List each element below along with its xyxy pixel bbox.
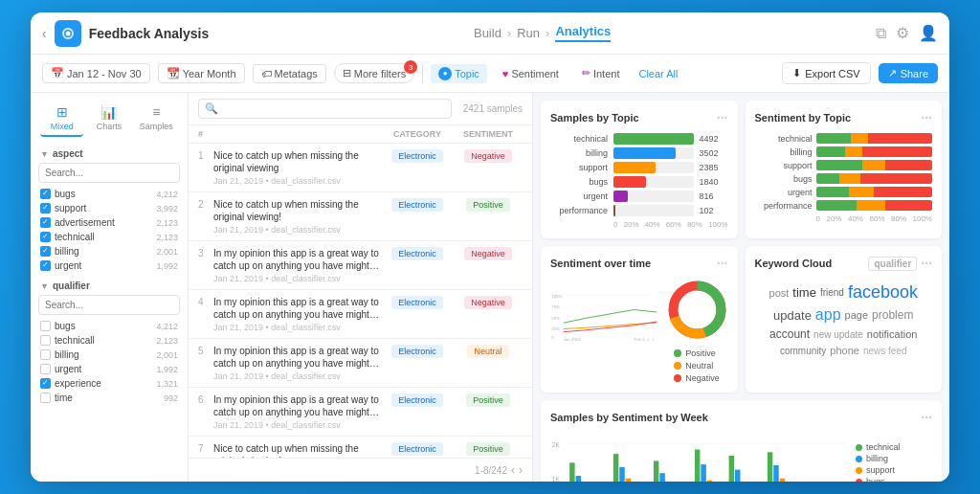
sample-row[interactable]: 5 In my opinion this app is a great way … bbox=[189, 339, 532, 388]
sample-row[interactable]: 4 In my opinion this app is a great way … bbox=[189, 290, 532, 339]
prev-page-button[interactable]: ‹ bbox=[511, 463, 515, 477]
filter-label: billing bbox=[55, 246, 79, 257]
keyword-word[interactable]: phone bbox=[830, 345, 859, 356]
topic-label: billing bbox=[550, 148, 608, 158]
export-csv-button[interactable]: ⬇ Export CSV bbox=[782, 62, 870, 84]
aspect-section-header[interactable]: ▼ aspect bbox=[38, 145, 180, 163]
back-button[interactable]: ‹ bbox=[42, 26, 47, 41]
topic-bar bbox=[613, 162, 656, 173]
samples-by-topic-card: Samples by Topic ··· technical 4492 bill… bbox=[541, 101, 738, 238]
filter-checkbox[interactable] bbox=[40, 246, 51, 257]
keyword-word[interactable]: facebook bbox=[848, 282, 918, 303]
qualifier-section-header[interactable]: ▼ qualifier bbox=[38, 277, 180, 295]
intent-filter-tab[interactable]: ✏ Intent bbox=[574, 64, 628, 82]
share-button[interactable]: ↗ Share bbox=[879, 63, 938, 83]
kw-qualifier-label[interactable]: qualifier bbox=[868, 257, 917, 271]
sample-row[interactable]: 3 In my opinion this app is a great way … bbox=[189, 241, 532, 290]
sidebar-filter-item[interactable]: urgent1,992 bbox=[38, 258, 180, 273]
filters-badge: 3 bbox=[404, 60, 417, 74]
aspect-search[interactable] bbox=[38, 163, 180, 183]
sample-row[interactable]: 6 In my opinion this app is a great way … bbox=[189, 388, 532, 437]
more-filters-button[interactable]: ⊟ More filters 3 bbox=[334, 63, 414, 83]
filter-checkbox[interactable] bbox=[40, 393, 51, 403]
breadcrumb-analytics[interactable]: Analytics bbox=[555, 24, 611, 42]
sample-row[interactable]: 7 Nice to catch up when missing the orig… bbox=[189, 437, 532, 458]
sample-body: Nice to catch up when missing the origin… bbox=[213, 198, 381, 235]
sent-topic-menu[interactable]: ··· bbox=[921, 110, 932, 125]
sidebar-filter-item[interactable]: advertisement2,123 bbox=[38, 215, 180, 230]
settings-icon[interactable]: ⚙ bbox=[896, 24, 909, 42]
keyword-word[interactable]: update bbox=[773, 308, 812, 323]
sidebar-filter-item[interactable]: technicall2,123 bbox=[38, 230, 180, 244]
sample-text: Nice to catch up when missing the origin… bbox=[213, 442, 381, 458]
sbsw-menu[interactable]: ··· bbox=[921, 410, 932, 425]
clear-all-button[interactable]: Clear All bbox=[638, 68, 678, 79]
svg-rect-24 bbox=[569, 462, 574, 482]
filter-checkbox[interactable] bbox=[40, 260, 51, 271]
breadcrumb-run[interactable]: Run bbox=[517, 26, 540, 40]
sidebar-filter-item[interactable]: bugs4,212 bbox=[38, 187, 180, 201]
sidebar-tab-mixed[interactable]: ⊞ Mixed bbox=[40, 101, 83, 137]
date-range-filter[interactable]: 📅 Jan 12 - Nov 30 bbox=[42, 63, 150, 83]
sample-row[interactable]: 2 Nice to catch up when missing the orig… bbox=[189, 192, 532, 241]
sample-row[interactable]: 1 Nice to catch up when missing the orig… bbox=[189, 144, 532, 192]
sidebar-filter-item[interactable]: experience1,321 bbox=[38, 376, 180, 391]
next-page-button[interactable]: › bbox=[519, 463, 523, 477]
keyword-word[interactable]: app bbox=[815, 306, 841, 324]
sidebar-filter-item[interactable]: bugs4,212 bbox=[38, 319, 180, 333]
filter-checkbox[interactable] bbox=[40, 189, 51, 199]
keyword-word[interactable]: new update bbox=[813, 329, 863, 340]
metatags-filter[interactable]: 🏷 Metatags bbox=[253, 64, 326, 83]
keyword-word[interactable]: account bbox=[769, 327, 810, 341]
topic-bar-wrap bbox=[613, 176, 694, 188]
keyword-word[interactable]: post bbox=[769, 287, 790, 299]
sentiment-over-time-title: Sentiment over time ··· bbox=[550, 256, 728, 271]
year-month-filter[interactable]: 📆 Year Month bbox=[158, 63, 245, 83]
filter-checkbox[interactable] bbox=[40, 232, 51, 242]
breadcrumb-build[interactable]: Build bbox=[474, 26, 501, 40]
filter-checkbox[interactable] bbox=[40, 203, 51, 213]
sot-menu[interactable]: ··· bbox=[717, 256, 728, 271]
kw-menu[interactable]: ··· bbox=[921, 256, 932, 271]
filter-checkbox[interactable] bbox=[40, 335, 51, 346]
sidebar-filter-item[interactable]: billing2,001 bbox=[38, 244, 180, 258]
filter-count: 2,123 bbox=[156, 218, 178, 228]
filter-checkbox[interactable] bbox=[40, 364, 51, 374]
sidebar-tab-samples[interactable]: ≡ Samples bbox=[135, 101, 178, 137]
sidebar-filter-item[interactable]: urgent1,992 bbox=[38, 362, 180, 376]
filter-checkbox[interactable] bbox=[40, 321, 51, 331]
keyword-word[interactable]: notification bbox=[867, 328, 918, 340]
sidebar-tab-charts[interactable]: 📊 Charts bbox=[87, 101, 130, 137]
topic-filter-tab[interactable]: ● Topic bbox=[431, 64, 487, 83]
keyword-word[interactable]: news feed bbox=[863, 346, 907, 356]
sent-segment bbox=[816, 146, 845, 157]
qualifier-search[interactable] bbox=[38, 295, 180, 315]
samples-topic-menu[interactable]: ··· bbox=[717, 110, 728, 125]
filter-checkbox[interactable] bbox=[40, 217, 51, 228]
copy-icon[interactable]: ⧉ bbox=[876, 25, 886, 42]
filter-checkbox[interactable] bbox=[40, 349, 51, 360]
filter-checkbox[interactable] bbox=[40, 378, 51, 389]
sidebar-filter-item[interactable]: billing2,001 bbox=[38, 348, 180, 362]
keyword-word[interactable]: time bbox=[792, 285, 816, 300]
sample-meta: Jan 21, 2019 • deal_classifier.csv bbox=[213, 323, 381, 332]
topic-bar-row: bugs 1840 bbox=[550, 176, 728, 188]
sidebar-filter-item[interactable]: time992 bbox=[38, 391, 180, 405]
keyword-word[interactable]: page bbox=[845, 309, 868, 321]
keyword-word[interactable]: problem bbox=[872, 308, 913, 322]
sentiment-filter-tab[interactable]: ♥ Sentiment bbox=[495, 65, 567, 82]
user-icon[interactable]: 👤 bbox=[919, 24, 938, 42]
sample-num: 4 bbox=[198, 296, 213, 307]
svg-rect-41 bbox=[695, 450, 700, 482]
sentiment-over-time-card: Sentiment over time ··· 100% 75% 50% 25%… bbox=[541, 246, 738, 393]
sidebar-filter-item[interactable]: support3,992 bbox=[38, 201, 180, 215]
filter-count: 1,321 bbox=[156, 379, 178, 389]
heart-icon: ♥ bbox=[502, 68, 509, 79]
topic-bar bbox=[613, 176, 646, 188]
sidebar-filter-item[interactable]: technicall2,123 bbox=[38, 333, 180, 348]
keyword-word[interactable]: community bbox=[780, 346, 826, 356]
sample-search-input[interactable] bbox=[222, 103, 445, 114]
topic-bar-wrap bbox=[613, 191, 694, 202]
sent-bar-row: technical bbox=[755, 133, 933, 144]
keyword-word[interactable]: friend bbox=[820, 287, 844, 298]
